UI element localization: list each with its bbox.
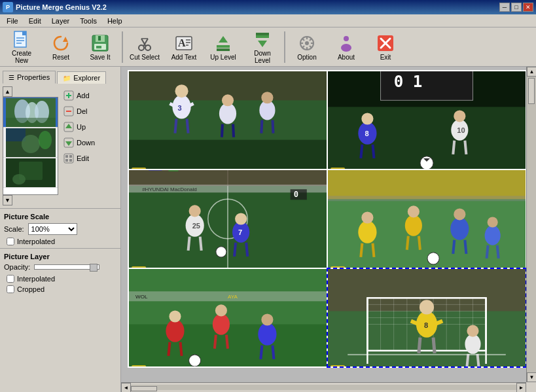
- svg-line-163: [226, 335, 228, 349]
- layer-item-2[interactable]: [3, 128, 58, 158]
- layer-scroll-up[interactable]: ▲: [3, 86, 12, 97]
- svg-marker-26: [258, 41, 267, 47]
- about-label: About: [338, 54, 355, 61]
- svg-text:AYA: AYA: [228, 294, 238, 300]
- add-layer-label: Add: [77, 92, 90, 99]
- maximize-button[interactable]: □: [511, 3, 522, 12]
- svg-line-147: [497, 245, 499, 258]
- tab-properties[interactable]: ☰ Properties: [3, 71, 56, 84]
- canvas-cell-4[interactable]: EA: [328, 170, 526, 268]
- menu-help[interactable]: Help: [102, 16, 128, 26]
- scroll-track-horizontal[interactable]: [131, 385, 516, 390]
- exit-button[interactable]: Exit: [366, 29, 404, 65]
- scroll-left-button[interactable]: ◄: [121, 383, 131, 393]
- scroll-thumb-vertical[interactable]: [528, 78, 535, 104]
- add-layer-button[interactable]: Add: [61, 89, 98, 102]
- svg-rect-86: [132, 168, 146, 169]
- canvas-cell-6[interactable]: 8 EA Cl: [328, 269, 526, 366]
- del-layer-button[interactable]: Del: [61, 105, 98, 118]
- scroll-down-button[interactable]: ▼: [527, 372, 536, 382]
- menu-edit[interactable]: Edit: [24, 16, 46, 26]
- svg-text:7: 7: [238, 228, 242, 236]
- down-level-button[interactable]: Down Level: [243, 29, 281, 65]
- add-layer-icon: [63, 90, 74, 101]
- canvas-cell-2[interactable]: 0 1 8 10: [328, 71, 526, 169]
- save-it-button[interactable]: Save It: [81, 29, 119, 65]
- svg-point-102: [420, 156, 433, 169]
- layer-list-container: ▲: [0, 84, 120, 208]
- svg-rect-149: [331, 266, 345, 268]
- minimize-button[interactable]: ─: [499, 3, 510, 12]
- svg-rect-64: [65, 155, 68, 158]
- svg-marker-5: [63, 37, 68, 42]
- opacity-slider[interactable]: [34, 264, 99, 270]
- edit-layer-button[interactable]: Edit: [61, 152, 98, 165]
- up-layer-button[interactable]: Up: [61, 120, 98, 134]
- svg-point-189: [420, 300, 434, 314]
- down-level-icon: [252, 30, 273, 50]
- menu-tools[interactable]: Tools: [75, 16, 102, 26]
- horizontal-scrollbar[interactable]: ◄ ►: [121, 382, 526, 392]
- titlebar-controls: ─ □ ✕: [499, 3, 533, 12]
- layer-item-1[interactable]: [3, 98, 58, 128]
- scale-interpolated-checkbox[interactable]: [7, 238, 14, 245]
- tab-explorer-icon: 📁: [63, 75, 71, 82]
- svg-rect-24: [256, 35, 269, 38]
- svg-text:WOL: WOL: [135, 294, 148, 300]
- reset-button[interactable]: Reset: [42, 29, 80, 65]
- about-button[interactable]: About: [327, 29, 365, 65]
- svg-line-162: [215, 335, 216, 349]
- menu-file[interactable]: File: [1, 16, 24, 26]
- layer-item-3[interactable]: [3, 158, 58, 188]
- svg-rect-200: [331, 365, 345, 366]
- left-panel: ☰ Properties 📁 Explorer ▲: [0, 67, 121, 392]
- tab-explorer[interactable]: 📁 Explorer: [57, 71, 106, 84]
- down-layer-button[interactable]: Down: [61, 136, 98, 149]
- svg-text:3: 3: [177, 104, 181, 112]
- scroll-track-vertical[interactable]: [527, 77, 536, 372]
- vertical-scrollbar[interactable]: ▲ ▼: [526, 67, 536, 382]
- svg-point-78: [222, 94, 234, 106]
- canvas-area[interactable]: 3 EA 0 1: [121, 67, 536, 392]
- opacity-thumb: [90, 264, 98, 272]
- layer-scroll-down[interactable]: ▼: [3, 195, 12, 205]
- save-it-icon: [90, 33, 111, 54]
- scroll-right-button[interactable]: ►: [516, 383, 526, 393]
- cut-select-button[interactable]: Cut Select: [126, 29, 164, 65]
- svg-point-38: [341, 44, 351, 52]
- scroll-up-button[interactable]: ▲: [527, 67, 536, 77]
- svg-line-76: [187, 118, 188, 133]
- svg-rect-110: [149, 170, 162, 171]
- menu-layer[interactable]: Layer: [46, 16, 75, 26]
- svg-rect-111: [168, 170, 178, 171]
- layer-cropped-checkbox[interactable]: [7, 285, 14, 293]
- create-new-label: Create New: [5, 50, 39, 64]
- tabs: ☰ Properties 📁 Explorer: [0, 67, 120, 84]
- up-level-button[interactable]: Up Level: [204, 29, 242, 65]
- scale-interpolated-label: Interpolated: [17, 238, 55, 245]
- option-button[interactable]: Option: [288, 29, 326, 65]
- svg-line-139: [419, 236, 420, 250]
- svg-line-158: [168, 342, 170, 356]
- create-new-button[interactable]: Create New: [3, 29, 41, 65]
- close-button[interactable]: ✕: [523, 3, 533, 12]
- scrollbar-corner: [526, 382, 536, 392]
- svg-text:10: 10: [457, 126, 465, 134]
- svg-line-34: [310, 46, 312, 48]
- layer-interpolated-checkbox[interactable]: [7, 275, 14, 283]
- svg-rect-1: [22, 31, 26, 35]
- canvas-cell-3[interactable]: #HYUNDAI MacDonald 25 7: [129, 170, 327, 268]
- canvas-cell-1[interactable]: 3 EA: [129, 71, 327, 169]
- canvas-cell-5[interactable]: WOL AYA: [129, 269, 327, 366]
- svg-text:0  1: 0 1: [394, 73, 423, 91]
- add-text-button[interactable]: A Add Text: [165, 29, 203, 65]
- svg-line-94: [361, 145, 362, 158]
- cut-select-label: Cut Select: [130, 54, 160, 61]
- scale-select[interactable]: 100% 25% 50% 75% 150% 200%: [28, 223, 77, 235]
- svg-point-140: [450, 217, 469, 240]
- exit-icon: [375, 33, 396, 54]
- app-title: Picture Merge Genius V2.2: [16, 3, 107, 11]
- up-level-icon: [213, 33, 234, 54]
- scroll-thumb-horizontal[interactable]: [131, 386, 157, 391]
- svg-text:25: 25: [192, 222, 200, 230]
